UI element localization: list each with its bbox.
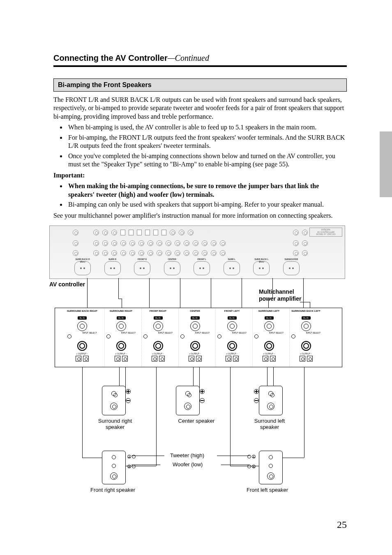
page-number: 25 bbox=[337, 519, 347, 530]
av-controller-label: AV controller bbox=[49, 281, 85, 288]
power-amplifier: SURROUND BACK RIGHT BL IN INPUT SELECT +… bbox=[55, 308, 342, 367]
amp-channel: FRONT RIGHTBL IN INPUT SELECT + OUTPUT − bbox=[141, 308, 174, 367]
wire bbox=[303, 278, 304, 310]
front-right-label: Front right speaker bbox=[90, 487, 135, 493]
list-item: Once you've completed the bi-amping conn… bbox=[67, 152, 347, 169]
surround-right-label: Surround rightspeaker bbox=[95, 418, 136, 430]
bullet-list-1: When bi-amping is used, the AV controlle… bbox=[67, 123, 347, 168]
amp-channel: SURROUND BACK LEFTBL IN INPUT SELECT + O… bbox=[289, 308, 322, 367]
tweeter-label: Tweeter (high) bbox=[170, 452, 204, 458]
list-item: Bi-amping can only be used with speakers… bbox=[67, 200, 347, 209]
center-label: Center speaker bbox=[172, 418, 221, 424]
wire bbox=[211, 278, 211, 310]
amp-label: Multichannelpower amplifier bbox=[259, 288, 301, 302]
amp-channel: CENTERBL IN INPUT SELECT + OUTPUT − bbox=[178, 308, 211, 367]
page-section-tab bbox=[380, 131, 392, 197]
amp-channel: SURROUND BACK RIGHT BL IN INPUT SELECT +… bbox=[66, 308, 99, 367]
wire bbox=[149, 278, 150, 310]
bullet-list-2: When making the bi-amping connections, b… bbox=[67, 182, 347, 209]
amp-channel: SURROUND RIGHTBL IN INPUT SELECT + OUTPU… bbox=[104, 308, 137, 367]
woofer-label: Woofer (low) bbox=[173, 461, 203, 467]
center-speaker bbox=[176, 386, 200, 415]
intro-paragraph: The FRONT L/R and SURR BACK L/R outputs … bbox=[53, 96, 347, 121]
av-controller-panel: INTEGRA AV CONTROLLER MODEL N°: DHC-9.9 bbox=[49, 226, 345, 279]
surround-left-speaker bbox=[259, 386, 283, 415]
wire bbox=[118, 299, 122, 299]
wire bbox=[180, 278, 180, 310]
page-header: Connecting the AV Controller—Continued bbox=[53, 53, 347, 67]
list-item: When making the bi-amping connections, b… bbox=[67, 182, 347, 199]
front-left-label: Front left speaker bbox=[247, 487, 288, 493]
knob-icon bbox=[77, 341, 87, 351]
wire bbox=[242, 278, 242, 310]
amp-channel: SURROUND LEFTBL IN INPUT SELECT + OUTPUT… bbox=[252, 308, 285, 367]
surround-left-label: Surround leftspeaker bbox=[249, 418, 290, 430]
wire bbox=[87, 278, 88, 310]
preout-row: SURR BACK R(Ext.) SURR R FRONT R CENTER … bbox=[74, 261, 300, 276]
closing-paragraph: See your multichannel power amplifier's … bbox=[53, 212, 347, 220]
wiring-diagram: INTEGRA AV CONTROLLER MODEL N°: DHC-9.9 bbox=[53, 226, 349, 497]
surround-right-speaker bbox=[102, 386, 126, 415]
rca-input-icon bbox=[77, 321, 87, 331]
selector-icon bbox=[67, 334, 71, 339]
front-left-speaker bbox=[259, 451, 283, 484]
amp-channel: FRONT LEFTBL IN INPUT SELECT + OUTPUT − bbox=[215, 308, 248, 367]
list-item: When bi-amping is used, the AV controlle… bbox=[67, 123, 347, 131]
header-continued: —Continued bbox=[168, 53, 209, 62]
model-plate: INTEGRA AV CONTROLLER MODEL N°: DHC-9.9 bbox=[309, 228, 342, 237]
section-heading: Bi-amping the Front Speakers bbox=[53, 78, 347, 92]
header-title: Connecting the AV Controller bbox=[53, 53, 168, 62]
wire bbox=[118, 278, 119, 299]
important-label: Important: bbox=[53, 171, 347, 180]
front-right-speaker bbox=[102, 451, 126, 484]
list-item: For bi-amping, the FRONT L/R outputs fee… bbox=[67, 134, 347, 150]
